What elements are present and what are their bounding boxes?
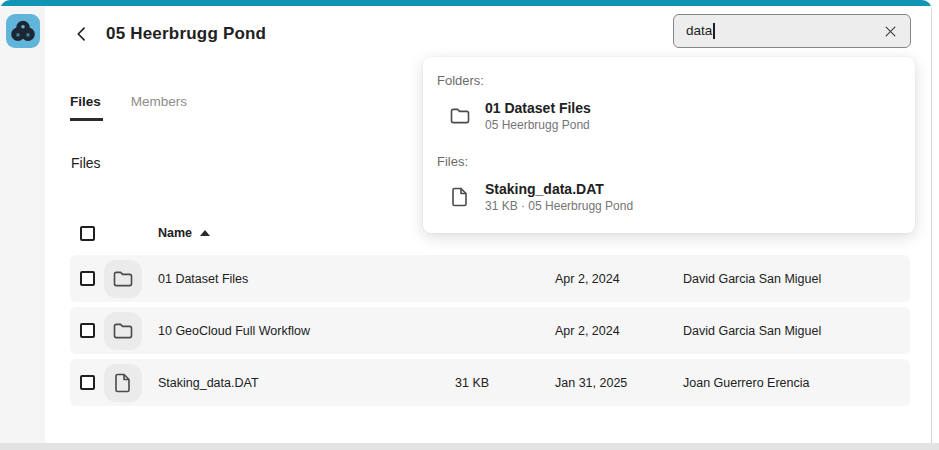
folder-icon	[111, 319, 135, 343]
clear-search-button[interactable]	[880, 21, 900, 41]
name-header-label: Name	[158, 226, 192, 240]
file-icon	[111, 371, 135, 395]
sidebar	[0, 6, 45, 443]
file-size: 31 KB	[455, 376, 555, 390]
result-subtitle: 31 KB · 05 Heerbrugg Pond	[485, 198, 633, 214]
row-checkbox[interactable]	[80, 271, 95, 286]
sort-asc-icon	[200, 230, 210, 236]
page-title: 05 Heerbrugg Pond	[106, 24, 266, 44]
text-caret	[713, 23, 715, 39]
tab-bar: Files Members	[70, 90, 217, 121]
window-bottom-edge	[0, 443, 939, 450]
file-icon	[448, 185, 472, 209]
app-window: 05 Heerbrugg Pond data Folders:	[0, 0, 932, 443]
chevron-left-icon	[72, 24, 92, 44]
result-text: Staking_data.DAT 31 KB · 05 Heerbrugg Po…	[485, 180, 633, 214]
search-value: data	[686, 23, 880, 39]
file-name: 10 GeoCloud Full Workflow	[158, 324, 455, 338]
app-logo[interactable]	[6, 14, 40, 48]
search-result-folder[interactable]: 01 Dataset Files 05 Heerbrugg Pond	[423, 90, 915, 142]
row-icon-chip	[104, 364, 142, 402]
folder-icon	[111, 267, 135, 291]
result-subtitle: 05 Heerbrugg Pond	[485, 117, 591, 133]
name-column-header[interactable]: Name	[158, 226, 455, 240]
file-modified: Apr 2, 2024	[555, 272, 683, 286]
search-results-panel: Folders: 01 Dataset Files 05 Heerbrugg P…	[423, 57, 915, 233]
files-section-label: Files	[71, 155, 101, 171]
file-name: 01 Dataset Files	[158, 272, 455, 286]
row-checkbox[interactable]	[80, 323, 95, 338]
file-owner: David Garcia San Miguel	[683, 272, 910, 286]
file-modified: Jan 31, 2025	[555, 376, 683, 390]
result-title: Staking_data.DAT	[485, 180, 633, 198]
file-owner: Joan Guerrero Erencia	[683, 376, 910, 390]
page-header: 05 Heerbrugg Pond	[70, 22, 266, 46]
tab-files[interactable]: Files	[70, 90, 103, 121]
search-input[interactable]: data	[673, 14, 911, 48]
table-row[interactable]: Staking_data.DAT 31 KB Jan 31, 2025 Joan…	[70, 359, 910, 406]
row-icon-chip	[104, 260, 142, 298]
close-icon	[883, 24, 898, 39]
files-group-label: Files:	[423, 142, 915, 171]
row-checkbox[interactable]	[80, 375, 95, 390]
cloud-logo-icon	[8, 16, 38, 46]
select-all-checkbox[interactable]	[80, 226, 95, 241]
table-row[interactable]: 10 GeoCloud Full Workflow Apr 2, 2024 Da…	[70, 307, 910, 354]
main-content: 05 Heerbrugg Pond data Folders:	[45, 6, 931, 443]
folders-group-label: Folders:	[423, 61, 915, 90]
file-name: Staking_data.DAT	[158, 376, 455, 390]
file-owner: David Garcia San Miguel	[683, 324, 910, 338]
result-title: 01 Dataset Files	[485, 99, 591, 117]
files-table: Name 01 Datas	[70, 211, 910, 411]
result-text: 01 Dataset Files 05 Heerbrugg Pond	[485, 99, 591, 133]
file-modified: Apr 2, 2024	[555, 324, 683, 338]
tab-members[interactable]: Members	[131, 90, 189, 121]
search-result-file[interactable]: Staking_data.DAT 31 KB · 05 Heerbrugg Po…	[423, 171, 915, 223]
table-row[interactable]: 01 Dataset Files Apr 2, 2024 David Garci…	[70, 255, 910, 302]
back-button[interactable]	[70, 22, 94, 46]
row-icon-chip	[104, 312, 142, 350]
folder-icon	[448, 104, 472, 128]
